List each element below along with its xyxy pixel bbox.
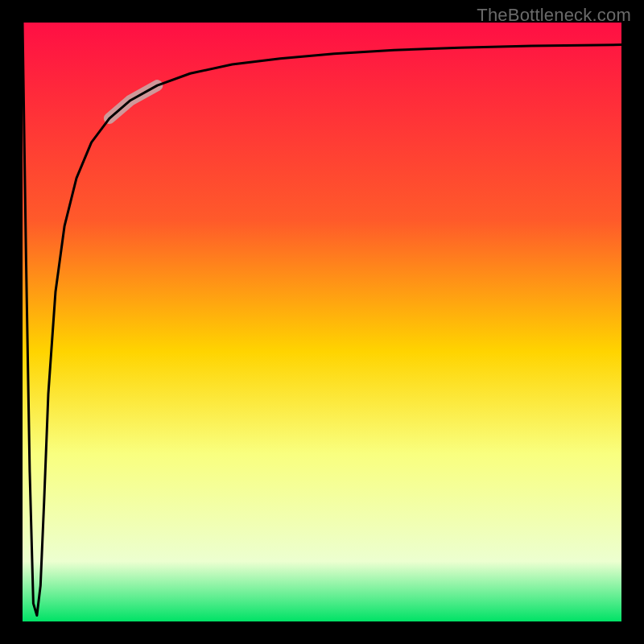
bottleneck-chart xyxy=(0,0,644,644)
chart-container: TheBottleneck.com xyxy=(0,0,644,644)
watermark-text: TheBottleneck.com xyxy=(477,5,631,26)
